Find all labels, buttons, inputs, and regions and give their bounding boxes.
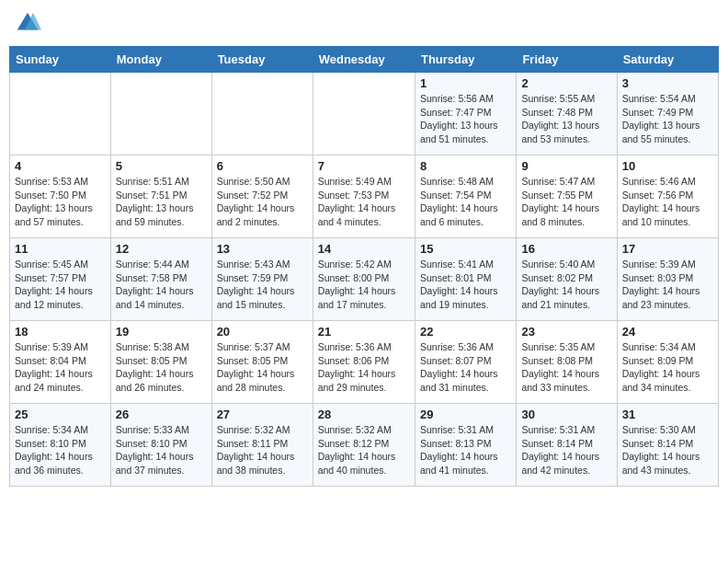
day-number: 18 — [15, 325, 106, 339]
day-number: 9 — [521, 159, 611, 173]
calendar-cell: 31Sunrise: 5:30 AM Sunset: 8:14 PM Dayli… — [617, 404, 718, 487]
calendar-week-row: 4Sunrise: 5:53 AM Sunset: 7:50 PM Daylig… — [10, 155, 719, 238]
day-number: 19 — [116, 325, 207, 339]
calendar-cell: 12Sunrise: 5:44 AM Sunset: 7:58 PM Dayli… — [110, 238, 211, 321]
day-number: 6 — [217, 159, 308, 173]
calendar-cell: 10Sunrise: 5:46 AM Sunset: 7:56 PM Dayli… — [617, 155, 718, 238]
day-info: Sunrise: 5:55 AM Sunset: 7:48 PM Dayligh… — [521, 92, 611, 146]
calendar-cell: 8Sunrise: 5:48 AM Sunset: 7:54 PM Daylig… — [415, 155, 516, 238]
day-number: 16 — [521, 242, 611, 256]
calendar-cell — [10, 73, 111, 155]
logo — [14, 9, 45, 37]
day-info: Sunrise: 5:53 AM Sunset: 7:50 PM Dayligh… — [15, 175, 106, 229]
day-number: 4 — [15, 159, 106, 173]
day-number: 29 — [420, 408, 511, 421]
calendar-cell: 6Sunrise: 5:50 AM Sunset: 7:52 PM Daylig… — [211, 155, 313, 238]
calendar-cell: 24Sunrise: 5:34 AM Sunset: 8:09 PM Dayli… — [617, 321, 718, 404]
day-number: 20 — [217, 325, 308, 339]
day-info: Sunrise: 5:41 AM Sunset: 8:01 PM Dayligh… — [420, 258, 511, 312]
day-number: 2 — [521, 76, 611, 90]
calendar-cell: 23Sunrise: 5:35 AM Sunset: 8:08 PM Dayli… — [517, 321, 617, 404]
day-info: Sunrise: 5:34 AM Sunset: 8:10 PM Dayligh… — [15, 423, 106, 477]
day-info: Sunrise: 5:32 AM Sunset: 8:11 PM Dayligh… — [217, 423, 308, 477]
day-info: Sunrise: 5:46 AM Sunset: 7:56 PM Dayligh… — [622, 175, 713, 229]
day-number: 15 — [420, 242, 511, 256]
day-number: 14 — [318, 242, 410, 256]
day-info: Sunrise: 5:31 AM Sunset: 8:14 PM Dayligh… — [521, 423, 611, 477]
calendar-cell: 22Sunrise: 5:36 AM Sunset: 8:07 PM Dayli… — [415, 321, 516, 404]
day-info: Sunrise: 5:42 AM Sunset: 8:00 PM Dayligh… — [318, 258, 410, 312]
day-info: Sunrise: 5:45 AM Sunset: 7:57 PM Dayligh… — [15, 258, 106, 312]
calendar-week-row: 1Sunrise: 5:56 AM Sunset: 7:47 PM Daylig… — [10, 73, 719, 155]
day-number: 3 — [622, 76, 713, 90]
day-number: 26 — [116, 408, 207, 421]
calendar-cell: 5Sunrise: 5:51 AM Sunset: 7:51 PM Daylig… — [110, 155, 211, 238]
page-header — [9, 9, 719, 37]
calendar-cell: 14Sunrise: 5:42 AM Sunset: 8:00 PM Dayli… — [313, 238, 415, 321]
calendar-cell: 9Sunrise: 5:47 AM Sunset: 7:55 PM Daylig… — [517, 155, 617, 238]
calendar-cell: 18Sunrise: 5:39 AM Sunset: 8:04 PM Dayli… — [10, 321, 111, 404]
day-number: 25 — [15, 408, 106, 421]
calendar-cell: 3Sunrise: 5:54 AM Sunset: 7:49 PM Daylig… — [617, 73, 718, 155]
day-number: 23 — [521, 325, 611, 339]
calendar-cell — [110, 73, 211, 155]
weekday-header: Sunday — [10, 47, 111, 73]
day-number: 12 — [116, 242, 207, 256]
day-number: 27 — [217, 408, 308, 421]
calendar-header: SundayMondayTuesdayWednesdayThursdayFrid… — [10, 47, 719, 73]
day-info: Sunrise: 5:54 AM Sunset: 7:49 PM Dayligh… — [622, 92, 713, 146]
day-number: 22 — [420, 325, 511, 339]
calendar-cell: 26Sunrise: 5:33 AM Sunset: 8:10 PM Dayli… — [110, 404, 211, 487]
days-of-week-row: SundayMondayTuesdayWednesdayThursdayFrid… — [10, 47, 719, 73]
calendar-cell — [211, 73, 313, 155]
weekday-header: Wednesday — [313, 47, 415, 73]
calendar-cell: 28Sunrise: 5:32 AM Sunset: 8:12 PM Dayli… — [313, 404, 415, 487]
day-info: Sunrise: 5:48 AM Sunset: 7:54 PM Dayligh… — [420, 175, 511, 229]
calendar-cell: 21Sunrise: 5:36 AM Sunset: 8:06 PM Dayli… — [313, 321, 415, 404]
weekday-header: Friday — [517, 47, 617, 73]
calendar-cell: 15Sunrise: 5:41 AM Sunset: 8:01 PM Dayli… — [415, 238, 516, 321]
calendar-cell: 17Sunrise: 5:39 AM Sunset: 8:03 PM Dayli… — [617, 238, 718, 321]
day-info: Sunrise: 5:32 AM Sunset: 8:12 PM Dayligh… — [318, 423, 410, 477]
day-info: Sunrise: 5:39 AM Sunset: 8:04 PM Dayligh… — [15, 340, 106, 395]
day-info: Sunrise: 5:36 AM Sunset: 8:06 PM Dayligh… — [318, 340, 410, 395]
day-info: Sunrise: 5:33 AM Sunset: 8:10 PM Dayligh… — [116, 423, 207, 477]
day-info: Sunrise: 5:30 AM Sunset: 8:14 PM Dayligh… — [622, 423, 713, 477]
day-info: Sunrise: 5:56 AM Sunset: 7:47 PM Dayligh… — [420, 92, 511, 146]
weekday-header: Tuesday — [211, 47, 313, 73]
calendar-cell: 20Sunrise: 5:37 AM Sunset: 8:05 PM Dayli… — [211, 321, 313, 404]
calendar-cell: 2Sunrise: 5:55 AM Sunset: 7:48 PM Daylig… — [517, 73, 617, 155]
day-info: Sunrise: 5:44 AM Sunset: 7:58 PM Dayligh… — [116, 258, 207, 312]
calendar-body: 1Sunrise: 5:56 AM Sunset: 7:47 PM Daylig… — [10, 73, 719, 487]
day-info: Sunrise: 5:40 AM Sunset: 8:02 PM Dayligh… — [521, 258, 611, 312]
day-info: Sunrise: 5:36 AM Sunset: 8:07 PM Dayligh… — [420, 340, 511, 395]
calendar-week-row: 11Sunrise: 5:45 AM Sunset: 7:57 PM Dayli… — [10, 238, 719, 321]
logo-icon — [14, 9, 41, 37]
day-number: 21 — [318, 325, 410, 339]
day-number: 31 — [622, 408, 713, 421]
calendar-cell: 19Sunrise: 5:38 AM Sunset: 8:05 PM Dayli… — [110, 321, 211, 404]
calendar-cell: 30Sunrise: 5:31 AM Sunset: 8:14 PM Dayli… — [517, 404, 617, 487]
day-number: 24 — [622, 325, 713, 339]
day-info: Sunrise: 5:43 AM Sunset: 7:59 PM Dayligh… — [217, 258, 308, 312]
day-info: Sunrise: 5:51 AM Sunset: 7:51 PM Dayligh… — [116, 175, 207, 229]
day-info: Sunrise: 5:49 AM Sunset: 7:53 PM Dayligh… — [318, 175, 410, 229]
day-number: 17 — [622, 242, 713, 256]
calendar-cell: 4Sunrise: 5:53 AM Sunset: 7:50 PM Daylig… — [10, 155, 111, 238]
day-info: Sunrise: 5:31 AM Sunset: 8:13 PM Dayligh… — [420, 423, 511, 477]
day-number: 5 — [116, 159, 207, 173]
day-number: 11 — [15, 242, 106, 256]
day-info: Sunrise: 5:37 AM Sunset: 8:05 PM Dayligh… — [217, 340, 308, 395]
day-number: 1 — [420, 76, 511, 90]
calendar-cell: 11Sunrise: 5:45 AM Sunset: 7:57 PM Dayli… — [10, 238, 111, 321]
calendar-cell: 16Sunrise: 5:40 AM Sunset: 8:02 PM Dayli… — [517, 238, 617, 321]
day-number: 8 — [420, 159, 511, 173]
day-number: 13 — [217, 242, 308, 256]
day-info: Sunrise: 5:50 AM Sunset: 7:52 PM Dayligh… — [217, 175, 308, 229]
calendar-cell: 7Sunrise: 5:49 AM Sunset: 7:53 PM Daylig… — [313, 155, 415, 238]
day-info: Sunrise: 5:47 AM Sunset: 7:55 PM Dayligh… — [521, 175, 611, 229]
weekday-header: Thursday — [415, 47, 516, 73]
calendar-week-row: 18Sunrise: 5:39 AM Sunset: 8:04 PM Dayli… — [10, 321, 719, 404]
calendar-cell — [313, 73, 415, 155]
calendar-cell: 25Sunrise: 5:34 AM Sunset: 8:10 PM Dayli… — [10, 404, 111, 487]
